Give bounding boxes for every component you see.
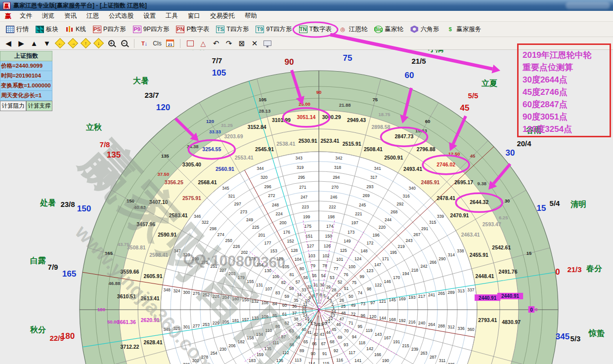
svg-text:225: 225 bbox=[252, 225, 259, 230]
svg-text:2898.58: 2898.58 bbox=[371, 124, 390, 130]
toolbar-button-板块[interactable]: 板块 bbox=[33, 24, 61, 35]
step-left-icon[interactable]: ← bbox=[55, 39, 64, 48]
menu-item-2[interactable]: 浏览 bbox=[38, 11, 59, 21]
svg-text:124: 124 bbox=[354, 256, 361, 261]
svg-text:60: 60 bbox=[405, 71, 414, 80]
window-controls[interactable] bbox=[566, 2, 610, 9]
rotate-cw-icon[interactable]: ↷ bbox=[224, 39, 233, 48]
menu-item-9[interactable]: 交易委托 bbox=[206, 11, 239, 21]
menu-item-4[interactable]: 江恩 bbox=[82, 11, 103, 21]
svg-text:243: 243 bbox=[405, 238, 412, 243]
center-cross-icon[interactable]: ✕ bbox=[250, 39, 259, 48]
toolbar-button-9T四方形[interactable]: T99T四方形 bbox=[253, 24, 295, 35]
candle-icon bbox=[65, 26, 74, 33]
menu-item-1[interactable]: 文件 bbox=[15, 11, 37, 21]
svg-text:127: 127 bbox=[307, 243, 314, 248]
draw-rect-icon[interactable] bbox=[186, 39, 195, 48]
svg-text:95: 95 bbox=[357, 324, 362, 329]
rotate-ccw-icon[interactable]: ↶ bbox=[212, 39, 220, 48]
step-up-icon[interactable]: ↑ bbox=[81, 39, 90, 48]
svg-text:33.33: 33.33 bbox=[209, 129, 221, 134]
svg-text:7/9: 7/9 bbox=[48, 263, 58, 271]
svg-text:176: 176 bbox=[283, 230, 290, 235]
svg-text:273: 273 bbox=[240, 209, 247, 214]
toolbar-button-江恩轮[interactable]: ◎江恩轮 bbox=[336, 24, 371, 35]
svg-text:0: 0 bbox=[530, 307, 533, 313]
svg-text:239: 239 bbox=[411, 347, 418, 352]
cls-button[interactable]: Cls bbox=[153, 39, 162, 48]
svg-text:73: 73 bbox=[360, 301, 365, 306]
zoom-out-icon[interactable]: − bbox=[120, 39, 129, 48]
svg-text:70: 70 bbox=[344, 328, 349, 333]
rotate-up-icon[interactable]: ▲ bbox=[30, 39, 39, 48]
rotate-down-icon[interactable]: ▼ bbox=[43, 39, 51, 48]
svg-text:45: 45 bbox=[460, 103, 470, 113]
nav-forward-icon[interactable]: ▶ bbox=[17, 39, 26, 48]
svg-text:144: 144 bbox=[379, 316, 386, 321]
menu-item-6[interactable]: 设置 bbox=[139, 11, 160, 21]
svg-text:15.63: 15.63 bbox=[415, 128, 427, 133]
svg-text:2470.91: 2470.91 bbox=[450, 212, 469, 218]
svg-text:3000.29: 3000.29 bbox=[322, 114, 341, 120]
main-toolbar: 行情板块K线PSP四方形P99P四方形PNP数字表TST四方形T99T四方形TN… bbox=[0, 22, 613, 37]
toolbar-button-K线[interactable]: K线 bbox=[62, 24, 89, 35]
svg-text:120: 120 bbox=[369, 314, 376, 319]
svg-text:247: 247 bbox=[301, 195, 307, 200]
blocks-icon bbox=[36, 26, 44, 33]
svg-text:25.00: 25.00 bbox=[299, 101, 310, 107]
toolbar-button-P四方形[interactable]: PSP四方形 bbox=[90, 24, 129, 35]
svg-text:大暑: 大暑 bbox=[133, 77, 149, 85]
nav-back-icon[interactable]: ◀ bbox=[4, 39, 13, 48]
menu-item-8[interactable]: 窗口 bbox=[183, 11, 205, 21]
svg-text:3101.99: 3101.99 bbox=[272, 117, 291, 123]
t-down-icon[interactable]: T↓ bbox=[140, 39, 149, 48]
svg-text:3356.25: 3356.25 bbox=[165, 179, 183, 185]
menu-item-5[interactable]: 公式选股 bbox=[104, 11, 138, 21]
draw-triangle-icon[interactable]: △ bbox=[199, 39, 208, 48]
svg-text:117: 117 bbox=[349, 350, 355, 355]
badge-icon: TN bbox=[299, 26, 307, 33]
toolbar-button-T数字表[interactable]: TNT数字表 bbox=[296, 24, 335, 35]
toolbar-label: 赢家轮 bbox=[385, 25, 403, 34]
calendar-icon[interactable]: 21 bbox=[166, 39, 175, 48]
menu-item-7[interactable]: 工具 bbox=[161, 11, 182, 21]
svg-text:56: 56 bbox=[303, 275, 308, 280]
menu-item-3[interactable]: 资讯 bbox=[60, 11, 81, 21]
calc-button-2[interactable]: 计算支撑 bbox=[26, 101, 52, 111]
svg-text:24: 24 bbox=[331, 309, 336, 314]
toolbar-button-T四方形[interactable]: TST四方形 bbox=[213, 24, 252, 35]
box-x-icon[interactable]: ⊠ bbox=[237, 39, 246, 48]
svg-text:78: 78 bbox=[322, 263, 327, 268]
svg-text:264: 264 bbox=[428, 322, 435, 327]
svg-text:30: 30 bbox=[320, 283, 325, 287]
svg-text:80: 80 bbox=[300, 266, 305, 271]
screen-icon[interactable] bbox=[263, 39, 272, 48]
svg-text:33: 33 bbox=[302, 287, 306, 292]
annotation-box: 2019年江恩轮中轮重要点位测算30度2644点45度2746点60度2847点… bbox=[517, 43, 611, 137]
hex-icon bbox=[410, 26, 419, 33]
svg-text:0: 0 bbox=[555, 267, 560, 277]
svg-text:270: 270 bbox=[332, 185, 339, 190]
toolbar-button-行情[interactable]: 行情 bbox=[3, 24, 32, 35]
svg-text:267: 267 bbox=[413, 232, 420, 237]
svg-text:123: 123 bbox=[366, 268, 373, 273]
svg-text:290: 290 bbox=[438, 256, 445, 261]
svg-text:3305.40: 3305.40 bbox=[182, 162, 201, 167]
zoom-in-icon[interactable]: + bbox=[107, 39, 116, 48]
toolbar-button-P数字表[interactable]: PNP数字表 bbox=[173, 24, 212, 35]
toolbar-button-赢家轮[interactable]: Big赢家轮 bbox=[371, 24, 406, 35]
svg-text:122: 122 bbox=[375, 283, 382, 287]
svg-text:68: 68 bbox=[330, 339, 335, 344]
calc-button-1[interactable]: 计算阻力 bbox=[0, 101, 26, 111]
svg-text:23/7: 23/7 bbox=[144, 91, 159, 99]
svg-text:339: 339 bbox=[437, 214, 444, 219]
step-right-icon[interactable]: → bbox=[68, 39, 77, 48]
svg-text:120: 120 bbox=[156, 103, 170, 112]
toolbar-button-六角形[interactable]: 六角形 bbox=[407, 24, 442, 35]
svg-text:338: 338 bbox=[457, 248, 464, 253]
toolbar-button-9P四方形[interactable]: P99P四方形 bbox=[130, 24, 173, 35]
toolbar-button-赢家服务[interactable]: $赢家服务 bbox=[443, 24, 484, 35]
menu-item-10[interactable]: 帮助 bbox=[240, 11, 262, 21]
step-down-icon[interactable]: ↓ bbox=[94, 39, 103, 48]
svg-text:18.75: 18.75 bbox=[378, 112, 390, 117]
